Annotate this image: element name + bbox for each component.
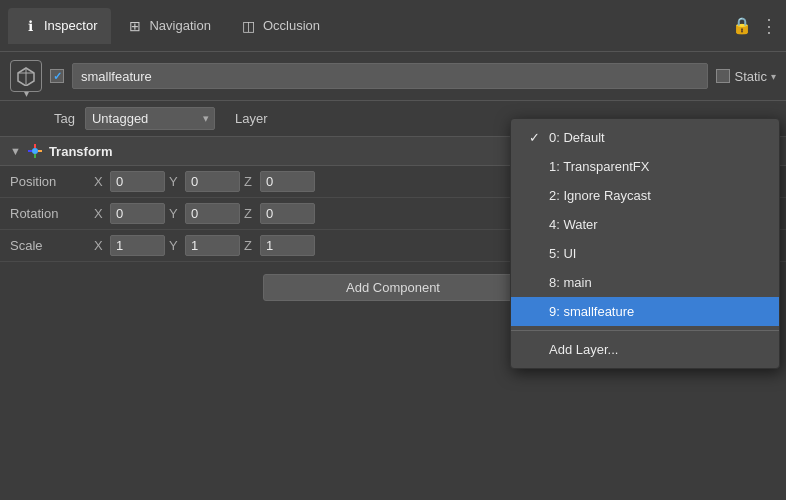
scale-y-input[interactable] (185, 235, 240, 256)
static-row: Static ▾ (716, 69, 776, 84)
lock-icon[interactable]: 🔒 (732, 16, 752, 35)
layer-item-5-ui[interactable]: 5: UI (511, 239, 779, 268)
object-row: ▾ ✓ Static ▾ (0, 52, 786, 101)
position-x-input[interactable] (110, 171, 165, 192)
layer-item-0-default[interactable]: ✓ 0: Default (511, 123, 779, 152)
tab-navigation-label: Navigation (149, 18, 210, 33)
layer-item-5-label: 5: UI (549, 246, 576, 261)
layer-item-0-check: ✓ (527, 130, 541, 145)
rotation-label: Rotation (10, 206, 90, 221)
position-label: Position (10, 174, 90, 189)
rotation-x-input[interactable] (110, 203, 165, 224)
add-layer-item[interactable]: Add Layer... (511, 335, 779, 364)
scale-label: Scale (10, 238, 90, 253)
layer-item-1-transparentfx[interactable]: 1: TransparentFX (511, 152, 779, 181)
navigation-icon: ⊞ (127, 18, 143, 34)
rotation-z-input[interactable] (260, 203, 315, 224)
scale-z-input[interactable] (260, 235, 315, 256)
tag-label: Tag (54, 111, 75, 126)
inspector-icon: ℹ (22, 18, 38, 34)
layer-item-8-main[interactable]: 8: main (511, 268, 779, 297)
tab-inspector[interactable]: ℹ Inspector (8, 8, 111, 44)
tab-occlusion[interactable]: ◫ Occlusion (227, 8, 334, 44)
position-z-label: Z (244, 174, 256, 189)
tab-bar: ℹ Inspector ⊞ Navigation ◫ Occlusion 🔒 ⋮ (0, 0, 786, 52)
dropdown-divider (511, 330, 779, 331)
tag-select[interactable]: Untagged (85, 107, 215, 130)
transform-title: Transform (49, 144, 113, 159)
object-name-input[interactable] (72, 63, 708, 89)
more-icon[interactable]: ⋮ (760, 15, 778, 37)
layer-item-1-label: 1: TransparentFX (549, 159, 649, 174)
occlusion-icon: ◫ (241, 18, 257, 34)
svg-point-3 (32, 148, 38, 154)
static-dropdown-arrow[interactable]: ▾ (771, 71, 776, 82)
position-y-input[interactable] (185, 171, 240, 192)
tab-inspector-label: Inspector (44, 18, 97, 33)
object-icon: ▾ (10, 60, 42, 92)
layer-item-4-label: 4: Water (549, 217, 598, 232)
tab-bar-actions: 🔒 ⋮ (732, 15, 778, 37)
cube-svg (16, 66, 36, 86)
add-component-button[interactable]: Add Component (263, 274, 523, 301)
layer-item-8-label: 8: main (549, 275, 592, 290)
static-checkbox[interactable] (716, 69, 730, 83)
transform-icon (27, 143, 43, 159)
position-x-label: X (94, 174, 106, 189)
rotation-z-label: Z (244, 206, 256, 221)
layer-item-2-label: 2: Ignore Raycast (549, 188, 651, 203)
layer-item-9-label: 9: smallfeature (549, 304, 634, 319)
layer-item-0-label: 0: Default (549, 130, 605, 145)
layer-item-2-ignoreraycast[interactable]: 2: Ignore Raycast (511, 181, 779, 210)
rotation-y-label: Y (169, 206, 181, 221)
tab-navigation[interactable]: ⊞ Navigation (113, 8, 224, 44)
tab-occlusion-label: Occlusion (263, 18, 320, 33)
object-checkbox[interactable]: ✓ (50, 69, 64, 83)
layer-label: Layer (235, 111, 268, 126)
rotation-y-input[interactable] (185, 203, 240, 224)
add-layer-label: Add Layer... (549, 342, 618, 357)
layer-dropdown: ✓ 0: Default 1: TransparentFX 2: Ignore … (510, 118, 780, 369)
position-z-input[interactable] (260, 171, 315, 192)
scale-z-label: Z (244, 238, 256, 253)
layer-item-4-water[interactable]: 4: Water (511, 210, 779, 239)
position-y-label: Y (169, 174, 181, 189)
rotation-x-label: X (94, 206, 106, 221)
layer-item-9-smallfeature[interactable]: 9: smallfeature (511, 297, 779, 326)
static-label: Static (734, 69, 767, 84)
scale-x-label: X (94, 238, 106, 253)
scale-x-input[interactable] (110, 235, 165, 256)
scale-y-label: Y (169, 238, 181, 253)
tag-select-wrapper[interactable]: Untagged (85, 107, 215, 130)
object-icon-arrow: ▾ (24, 88, 29, 99)
collapse-arrow[interactable]: ▼ (10, 145, 21, 157)
